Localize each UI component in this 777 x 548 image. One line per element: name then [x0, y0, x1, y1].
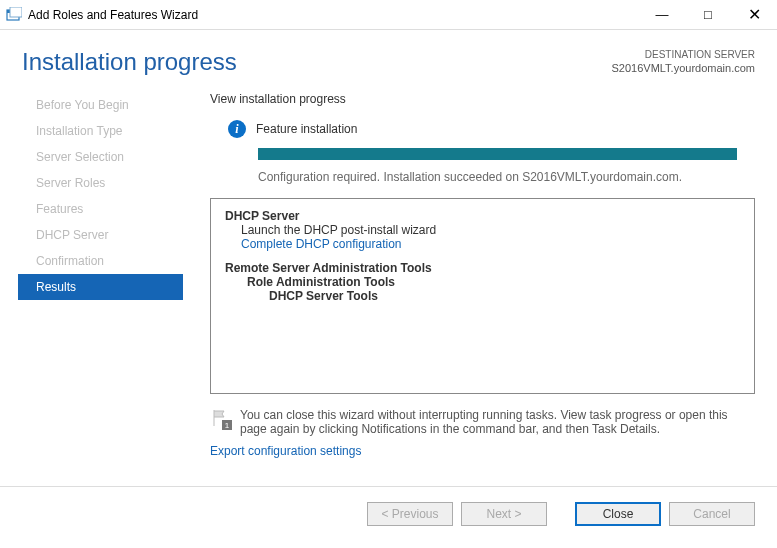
cancel-button: Cancel: [669, 502, 755, 526]
minimize-button[interactable]: ―: [639, 0, 685, 30]
nav-results: Results: [18, 274, 183, 300]
progress-bar: [258, 148, 737, 160]
nav-server-roles: Server Roles: [22, 170, 183, 196]
result-role-admin: Role Administration Tools: [225, 275, 740, 289]
status-row: i Feature installation: [210, 120, 755, 138]
info-icon: i: [228, 120, 246, 138]
window-controls: ― □ ✕: [639, 0, 777, 30]
export-settings-link[interactable]: Export configuration settings: [210, 444, 755, 458]
svg-rect-2: [10, 7, 22, 17]
destination-server: S2016VMLT.yourdomain.com: [612, 61, 755, 75]
status-title: Feature installation: [256, 122, 357, 136]
destination-label: DESTINATION SERVER: [612, 48, 755, 61]
status-text: Configuration required. Installation suc…: [210, 170, 755, 184]
next-button: Next >: [461, 502, 547, 526]
previous-button: < Previous: [367, 502, 453, 526]
nav-confirmation: Confirmation: [22, 248, 183, 274]
results-box: DHCP Server Launch the DHCP post-install…: [210, 198, 755, 394]
nav-installation-type: Installation Type: [22, 118, 183, 144]
result-dhcp-server: DHCP Server: [225, 209, 740, 223]
destination-info: DESTINATION SERVER S2016VMLT.yourdomain.…: [612, 48, 755, 75]
content-pane: View installation progress i Feature ins…: [184, 86, 755, 486]
result-dhcp-launch: Launch the DHCP post-install wizard: [225, 223, 740, 237]
nav-sidebar: Before You Begin Installation Type Serve…: [22, 86, 184, 486]
window-title: Add Roles and Features Wizard: [28, 8, 198, 22]
nav-features: Features: [22, 196, 183, 222]
page-title: Installation progress: [22, 48, 237, 76]
result-dhcp-tools: DHCP Server Tools: [225, 289, 740, 303]
note-row: 1 You can close this wizard without inte…: [210, 394, 755, 444]
close-window-button[interactable]: ✕: [731, 0, 777, 30]
note-text: You can close this wizard without interr…: [240, 408, 755, 436]
notification-badge: 1: [222, 420, 232, 430]
close-button[interactable]: Close: [575, 502, 661, 526]
title-bar: Add Roles and Features Wizard ― □ ✕: [0, 0, 777, 30]
header: Installation progress DESTINATION SERVER…: [0, 30, 777, 86]
nav-dhcp-server: DHCP Server: [22, 222, 183, 248]
nav-server-selection: Server Selection: [22, 144, 183, 170]
maximize-button[interactable]: □: [685, 0, 731, 30]
flag-icon: 1: [210, 408, 230, 428]
footer: < Previous Next > Close Cancel: [0, 486, 777, 540]
section-title: View installation progress: [210, 92, 755, 106]
complete-dhcp-link[interactable]: Complete DHCP configuration: [225, 237, 740, 251]
app-icon: [6, 7, 22, 23]
nav-before-you-begin: Before You Begin: [22, 92, 183, 118]
result-rsat: Remote Server Administration Tools: [225, 261, 740, 275]
